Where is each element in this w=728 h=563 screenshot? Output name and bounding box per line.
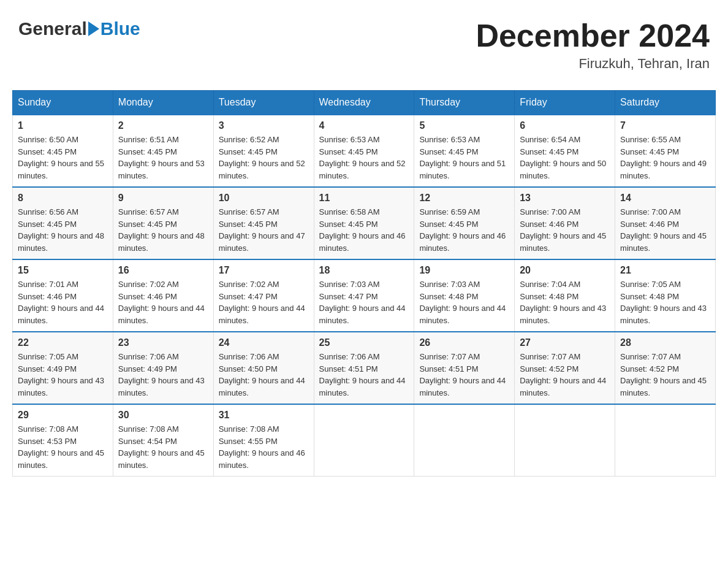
- calendar-cell: 29 Sunrise: 7:08 AM Sunset: 4:53 PM Dayl…: [13, 404, 113, 477]
- sunrise-label: Sunrise: 7:00 AM: [620, 207, 681, 216]
- day-number: 19: [419, 265, 509, 276]
- calendar-week-2: 8 Sunrise: 6:56 AM Sunset: 4:45 PM Dayli…: [13, 187, 716, 259]
- daylight-label: Daylight: 9 hours and 49 minutes.: [620, 159, 707, 180]
- day-info: Sunrise: 7:07 AM Sunset: 4:52 PM Dayligh…: [520, 351, 610, 399]
- sunset-label: Sunset: 4:52 PM: [620, 364, 679, 373]
- calendar-cell: 23 Sunrise: 7:06 AM Sunset: 4:49 PM Dayl…: [113, 332, 213, 404]
- header-saturday: Saturday: [615, 91, 716, 115]
- day-info: Sunrise: 6:59 AM Sunset: 4:45 PM Dayligh…: [419, 206, 509, 254]
- sunset-label: Sunset: 4:45 PM: [18, 147, 77, 156]
- sunset-label: Sunset: 4:45 PM: [118, 147, 177, 156]
- day-info: Sunrise: 6:53 AM Sunset: 4:45 PM Dayligh…: [419, 134, 509, 182]
- location-text: Firuzkuh, Tehran, Iran: [476, 56, 710, 72]
- sunset-label: Sunset: 4:47 PM: [319, 292, 378, 301]
- sunrise-label: Sunrise: 7:05 AM: [18, 352, 78, 361]
- sunrise-label: Sunrise: 7:05 AM: [620, 280, 681, 289]
- sunset-label: Sunset: 4:48 PM: [620, 292, 679, 301]
- day-number: 16: [118, 265, 208, 276]
- daylight-label: Daylight: 9 hours and 43 minutes.: [118, 376, 205, 397]
- sunset-label: Sunset: 4:47 PM: [219, 292, 278, 301]
- day-info: Sunrise: 7:08 AM Sunset: 4:54 PM Dayligh…: [118, 423, 208, 471]
- calendar-cell: 5 Sunrise: 6:53 AM Sunset: 4:45 PM Dayli…: [414, 115, 515, 187]
- calendar-cell: 20 Sunrise: 7:04 AM Sunset: 4:48 PM Dayl…: [515, 259, 615, 332]
- day-info: Sunrise: 6:56 AM Sunset: 4:45 PM Dayligh…: [18, 206, 108, 254]
- calendar-cell: [515, 404, 615, 477]
- sunset-label: Sunset: 4:54 PM: [118, 437, 177, 446]
- sunrise-label: Sunrise: 6:57 AM: [118, 207, 179, 216]
- day-info: Sunrise: 7:00 AM Sunset: 4:46 PM Dayligh…: [520, 206, 610, 254]
- day-number: 4: [319, 120, 409, 131]
- day-info: Sunrise: 7:05 AM Sunset: 4:49 PM Dayligh…: [18, 351, 108, 399]
- day-number: 6: [520, 120, 610, 131]
- day-info: Sunrise: 6:57 AM Sunset: 4:45 PM Dayligh…: [219, 206, 309, 254]
- logo-text: General Blue: [18, 18, 140, 39]
- day-info: Sunrise: 6:51 AM Sunset: 4:45 PM Dayligh…: [118, 134, 208, 182]
- sunrise-label: Sunrise: 6:52 AM: [219, 135, 279, 144]
- calendar-cell: 28 Sunrise: 7:07 AM Sunset: 4:52 PM Dayl…: [615, 332, 716, 404]
- calendar-cell: 4 Sunrise: 6:53 AM Sunset: 4:45 PM Dayli…: [314, 115, 414, 187]
- daylight-label: Daylight: 9 hours and 50 minutes.: [520, 159, 606, 180]
- sunset-label: Sunset: 4:46 PM: [118, 292, 177, 301]
- sunrise-label: Sunrise: 7:02 AM: [118, 280, 179, 289]
- sunrise-label: Sunrise: 6:53 AM: [319, 135, 380, 144]
- daylight-label: Daylight: 9 hours and 45 minutes.: [620, 376, 707, 397]
- calendar-cell: 16 Sunrise: 7:02 AM Sunset: 4:46 PM Dayl…: [113, 259, 213, 332]
- day-number: 14: [620, 193, 710, 204]
- sunset-label: Sunset: 4:45 PM: [319, 220, 378, 229]
- daylight-label: Daylight: 9 hours and 44 minutes.: [18, 304, 104, 325]
- sunrise-label: Sunrise: 7:00 AM: [520, 207, 580, 216]
- day-number: 28: [620, 337, 710, 348]
- day-info: Sunrise: 6:54 AM Sunset: 4:45 PM Dayligh…: [520, 134, 610, 182]
- day-number: 22: [18, 337, 108, 348]
- day-number: 1: [18, 120, 108, 131]
- page-header: General Blue December 2024 Firuzkuh, Teh…: [12, 12, 716, 78]
- day-number: 5: [419, 120, 509, 131]
- header-tuesday: Tuesday: [213, 91, 314, 115]
- calendar-week-3: 15 Sunrise: 7:01 AM Sunset: 4:46 PM Dayl…: [13, 259, 716, 332]
- day-number: 24: [219, 337, 309, 348]
- day-info: Sunrise: 6:58 AM Sunset: 4:45 PM Dayligh…: [319, 206, 409, 254]
- sunrise-label: Sunrise: 6:55 AM: [620, 135, 681, 144]
- sunset-label: Sunset: 4:45 PM: [18, 220, 77, 229]
- day-number: 29: [18, 410, 108, 421]
- day-number: 12: [419, 193, 509, 204]
- sunset-label: Sunset: 4:45 PM: [219, 220, 278, 229]
- day-number: 2: [118, 120, 208, 131]
- day-number: 17: [219, 265, 309, 276]
- calendar-cell: 1 Sunrise: 6:50 AM Sunset: 4:45 PM Dayli…: [13, 115, 113, 187]
- daylight-label: Daylight: 9 hours and 53 minutes.: [118, 159, 205, 180]
- day-info: Sunrise: 7:03 AM Sunset: 4:48 PM Dayligh…: [419, 278, 509, 326]
- day-info: Sunrise: 7:04 AM Sunset: 4:48 PM Dayligh…: [520, 278, 610, 326]
- day-number: 13: [520, 193, 610, 204]
- sunrise-label: Sunrise: 6:57 AM: [219, 207, 279, 216]
- day-number: 21: [620, 265, 710, 276]
- day-number: 27: [520, 337, 610, 348]
- day-info: Sunrise: 6:52 AM Sunset: 4:45 PM Dayligh…: [219, 134, 309, 182]
- daylight-label: Daylight: 9 hours and 47 minutes.: [219, 231, 305, 253]
- sunset-label: Sunset: 4:48 PM: [419, 292, 478, 301]
- daylight-label: Daylight: 9 hours and 44 minutes.: [419, 304, 506, 325]
- sunrise-label: Sunrise: 7:06 AM: [219, 352, 279, 361]
- sunset-label: Sunset: 4:51 PM: [319, 364, 378, 373]
- sunset-label: Sunset: 4:45 PM: [118, 220, 177, 229]
- day-info: Sunrise: 7:03 AM Sunset: 4:47 PM Dayligh…: [319, 278, 409, 326]
- calendar-cell: 18 Sunrise: 7:03 AM Sunset: 4:47 PM Dayl…: [314, 259, 414, 332]
- sunrise-label: Sunrise: 7:06 AM: [319, 352, 380, 361]
- calendar-cell: 17 Sunrise: 7:02 AM Sunset: 4:47 PM Dayl…: [213, 259, 314, 332]
- calendar-cell: 3 Sunrise: 6:52 AM Sunset: 4:45 PM Dayli…: [213, 115, 314, 187]
- header-thursday: Thursday: [414, 91, 515, 115]
- day-info: Sunrise: 7:08 AM Sunset: 4:55 PM Dayligh…: [219, 423, 309, 471]
- day-info: Sunrise: 6:50 AM Sunset: 4:45 PM Dayligh…: [18, 134, 108, 182]
- calendar-cell: 27 Sunrise: 7:07 AM Sunset: 4:52 PM Dayl…: [515, 332, 615, 404]
- sunrise-label: Sunrise: 7:02 AM: [219, 280, 279, 289]
- day-number: 3: [219, 120, 309, 131]
- calendar-cell: 12 Sunrise: 6:59 AM Sunset: 4:45 PM Dayl…: [414, 187, 515, 259]
- sunset-label: Sunset: 4:53 PM: [18, 437, 77, 446]
- calendar-cell: 14 Sunrise: 7:00 AM Sunset: 4:46 PM Dayl…: [615, 187, 716, 259]
- sunset-label: Sunset: 4:46 PM: [620, 220, 679, 229]
- sunset-label: Sunset: 4:46 PM: [520, 220, 578, 229]
- sunrise-label: Sunrise: 7:07 AM: [419, 352, 480, 361]
- daylight-label: Daylight: 9 hours and 46 minutes.: [319, 231, 406, 253]
- calendar-cell: 11 Sunrise: 6:58 AM Sunset: 4:45 PM Dayl…: [314, 187, 414, 259]
- day-number: 23: [118, 337, 208, 348]
